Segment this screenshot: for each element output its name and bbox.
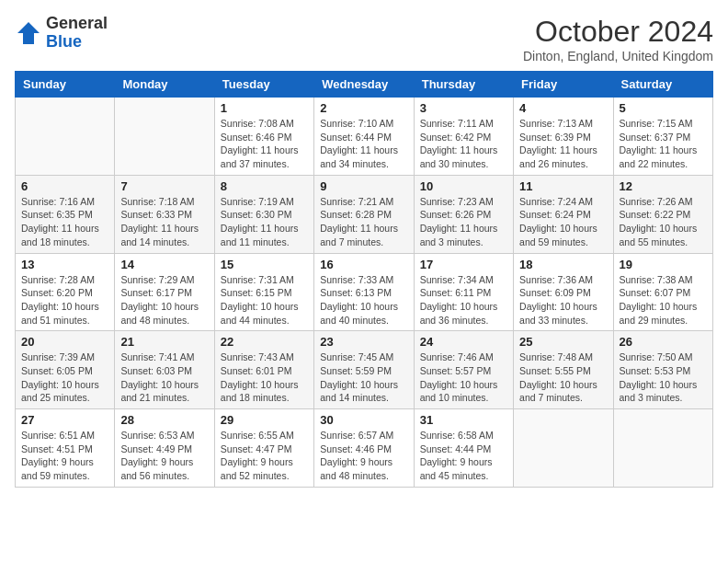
calendar-cell: 30Sunrise: 6:57 AM Sunset: 4:46 PM Dayli… — [314, 409, 414, 488]
day-detail: Sunrise: 7:28 AM Sunset: 6:20 PM Dayligh… — [21, 273, 108, 327]
day-number: 28 — [120, 413, 208, 427]
calendar-cell: 1Sunrise: 7:08 AM Sunset: 6:46 PM Daylig… — [214, 98, 313, 176]
calendar-cell: 10Sunrise: 7:23 AM Sunset: 6:26 PM Dayli… — [414, 175, 513, 253]
weekday-header-friday: Friday — [514, 72, 613, 98]
calendar-cell: 5Sunrise: 7:15 AM Sunset: 6:37 PM Daylig… — [613, 98, 712, 176]
calendar-cell: 17Sunrise: 7:34 AM Sunset: 6:11 PM Dayli… — [414, 253, 513, 331]
calendar-cell: 6Sunrise: 7:16 AM Sunset: 6:35 PM Daylig… — [16, 175, 115, 253]
calendar-cell: 18Sunrise: 7:36 AM Sunset: 6:09 PM Dayli… — [514, 253, 613, 331]
day-detail: Sunrise: 6:53 AM Sunset: 4:49 PM Dayligh… — [120, 429, 208, 483]
day-detail: Sunrise: 7:50 AM Sunset: 5:53 PM Dayligh… — [620, 350, 707, 405]
calendar-week-2: 6Sunrise: 7:16 AM Sunset: 6:35 PM Daylig… — [16, 175, 713, 253]
day-detail: Sunrise: 7:19 AM Sunset: 6:30 PM Dayligh… — [221, 195, 308, 249]
day-detail: Sunrise: 7:21 AM Sunset: 6:28 PM Dayligh… — [320, 195, 407, 249]
day-number: 5 — [620, 101, 707, 115]
day-detail: Sunrise: 7:11 AM Sunset: 6:42 PM Dayligh… — [420, 117, 507, 171]
calendar-cell: 7Sunrise: 7:18 AM Sunset: 6:33 PM Daylig… — [115, 175, 214, 253]
day-detail: Sunrise: 7:24 AM Sunset: 6:24 PM Dayligh… — [519, 195, 607, 249]
day-detail: Sunrise: 7:23 AM Sunset: 6:26 PM Dayligh… — [420, 195, 507, 249]
day-detail: Sunrise: 6:55 AM Sunset: 4:47 PM Dayligh… — [221, 429, 308, 483]
day-detail: Sunrise: 7:29 AM Sunset: 6:17 PM Dayligh… — [120, 273, 208, 327]
day-number: 10 — [420, 179, 507, 193]
calendar-cell: 9Sunrise: 7:21 AM Sunset: 6:28 PM Daylig… — [314, 175, 414, 253]
calendar-cell: 8Sunrise: 7:19 AM Sunset: 6:30 PM Daylig… — [214, 175, 313, 253]
logo-general-text: General — [46, 14, 108, 32]
calendar-week-1: 1Sunrise: 7:08 AM Sunset: 6:46 PM Daylig… — [16, 98, 713, 176]
day-detail: Sunrise: 7:31 AM Sunset: 6:15 PM Dayligh… — [221, 273, 308, 327]
day-number: 7 — [120, 179, 208, 193]
weekday-header-thursday: Thursday — [414, 72, 513, 98]
day-detail: Sunrise: 7:43 AM Sunset: 6:01 PM Dayligh… — [221, 350, 308, 405]
logo-blue-text: Blue — [46, 32, 82, 51]
calendar-week-4: 20Sunrise: 7:39 AM Sunset: 6:05 PM Dayli… — [16, 331, 713, 409]
day-number: 14 — [120, 258, 208, 271]
calendar-cell: 25Sunrise: 7:48 AM Sunset: 5:55 PM Dayli… — [514, 331, 613, 409]
day-detail: Sunrise: 7:45 AM Sunset: 5:59 PM Dayligh… — [320, 350, 407, 405]
calendar-cell: 21Sunrise: 7:41 AM Sunset: 6:03 PM Dayli… — [115, 331, 214, 409]
day-number: 22 — [221, 335, 308, 349]
day-number: 1 — [221, 101, 308, 115]
day-number: 18 — [519, 258, 607, 271]
day-number: 23 — [320, 335, 407, 349]
calendar-cell: 15Sunrise: 7:31 AM Sunset: 6:15 PM Dayli… — [214, 253, 313, 331]
calendar-cell: 28Sunrise: 6:53 AM Sunset: 4:49 PM Dayli… — [115, 409, 214, 488]
calendar-cell: 31Sunrise: 6:58 AM Sunset: 4:44 PM Dayli… — [414, 409, 513, 488]
weekday-header-saturday: Saturday — [613, 72, 712, 98]
logo-icon — [15, 19, 42, 47]
day-detail: Sunrise: 6:58 AM Sunset: 4:44 PM Dayligh… — [420, 429, 507, 483]
day-detail: Sunrise: 7:15 AM Sunset: 6:37 PM Dayligh… — [620, 117, 707, 171]
day-number: 8 — [221, 179, 308, 193]
title-area: October 2024 Dinton, England, United Kin… — [523, 15, 713, 63]
page-header: General Blue October 2024 Dinton, Englan… — [15, 15, 713, 63]
day-number: 19 — [620, 258, 707, 271]
day-detail: Sunrise: 7:48 AM Sunset: 5:55 PM Dayligh… — [519, 350, 607, 405]
calendar-cell: 4Sunrise: 7:13 AM Sunset: 6:39 PM Daylig… — [514, 98, 613, 176]
day-number: 16 — [320, 258, 407, 271]
calendar-cell: 20Sunrise: 7:39 AM Sunset: 6:05 PM Dayli… — [16, 331, 115, 409]
day-detail: Sunrise: 6:51 AM Sunset: 4:51 PM Dayligh… — [21, 429, 108, 483]
day-number: 26 — [620, 335, 707, 349]
day-number: 6 — [21, 179, 108, 193]
day-detail: Sunrise: 7:18 AM Sunset: 6:33 PM Dayligh… — [120, 195, 208, 249]
calendar-cell: 23Sunrise: 7:45 AM Sunset: 5:59 PM Dayli… — [314, 331, 414, 409]
day-number: 17 — [420, 258, 507, 271]
day-number: 11 — [519, 179, 607, 193]
day-detail: Sunrise: 7:16 AM Sunset: 6:35 PM Dayligh… — [21, 195, 108, 249]
day-detail: Sunrise: 7:41 AM Sunset: 6:03 PM Dayligh… — [120, 350, 208, 405]
day-detail: Sunrise: 7:39 AM Sunset: 6:05 PM Dayligh… — [21, 350, 108, 405]
weekday-header-monday: Monday — [115, 72, 214, 98]
day-detail: Sunrise: 7:38 AM Sunset: 6:07 PM Dayligh… — [620, 273, 707, 327]
day-number: 21 — [120, 335, 208, 349]
calendar-cell — [613, 409, 712, 488]
day-detail: Sunrise: 7:46 AM Sunset: 5:57 PM Dayligh… — [420, 350, 507, 405]
weekday-header-tuesday: Tuesday — [214, 72, 313, 98]
day-number: 9 — [320, 179, 407, 193]
calendar-cell: 3Sunrise: 7:11 AM Sunset: 6:42 PM Daylig… — [414, 98, 513, 176]
day-number: 30 — [320, 413, 407, 427]
day-detail: Sunrise: 7:26 AM Sunset: 6:22 PM Dayligh… — [620, 195, 707, 249]
day-number: 15 — [221, 258, 308, 271]
day-number: 13 — [21, 258, 108, 271]
day-number: 20 — [21, 335, 108, 349]
weekday-header-wednesday: Wednesday — [314, 72, 414, 98]
calendar-cell: 27Sunrise: 6:51 AM Sunset: 4:51 PM Dayli… — [16, 409, 115, 488]
day-detail: Sunrise: 6:57 AM Sunset: 4:46 PM Dayligh… — [320, 429, 407, 483]
calendar-week-5: 27Sunrise: 6:51 AM Sunset: 4:51 PM Dayli… — [16, 409, 713, 488]
calendar-cell: 14Sunrise: 7:29 AM Sunset: 6:17 PM Dayli… — [115, 253, 214, 331]
calendar-cell: 13Sunrise: 7:28 AM Sunset: 6:20 PM Dayli… — [16, 253, 115, 331]
weekday-header-row: SundayMondayTuesdayWednesdayThursdayFrid… — [16, 72, 713, 98]
weekday-header-sunday: Sunday — [16, 72, 115, 98]
calendar-cell: 16Sunrise: 7:33 AM Sunset: 6:13 PM Dayli… — [314, 253, 414, 331]
day-number: 3 — [420, 101, 507, 115]
calendar-cell: 26Sunrise: 7:50 AM Sunset: 5:53 PM Dayli… — [613, 331, 712, 409]
svg-marker-0 — [17, 22, 40, 44]
day-detail: Sunrise: 7:36 AM Sunset: 6:09 PM Dayligh… — [519, 273, 607, 327]
day-number: 29 — [221, 413, 308, 427]
calendar-table: SundayMondayTuesdayWednesdayThursdayFrid… — [15, 71, 713, 488]
calendar-cell: 12Sunrise: 7:26 AM Sunset: 6:22 PM Dayli… — [613, 175, 712, 253]
day-number: 12 — [620, 179, 707, 193]
day-detail: Sunrise: 7:10 AM Sunset: 6:44 PM Dayligh… — [320, 117, 407, 171]
day-detail: Sunrise: 7:33 AM Sunset: 6:13 PM Dayligh… — [320, 273, 407, 327]
logo: General Blue — [15, 15, 108, 52]
day-detail: Sunrise: 7:08 AM Sunset: 6:46 PM Dayligh… — [221, 117, 308, 171]
